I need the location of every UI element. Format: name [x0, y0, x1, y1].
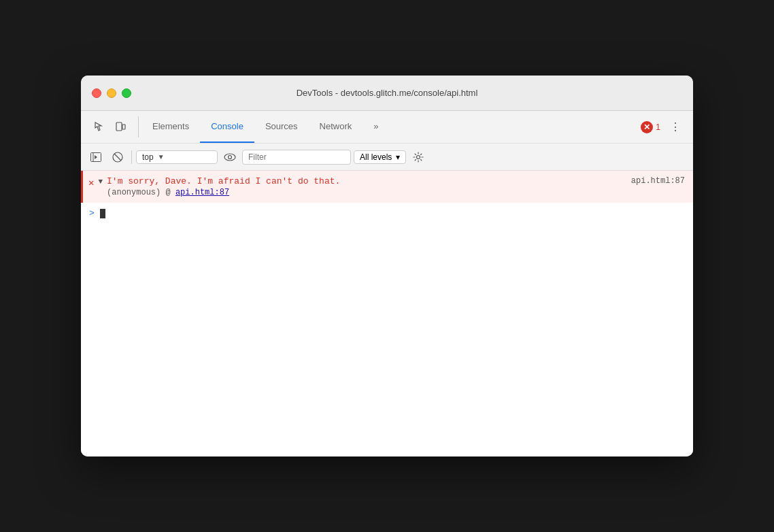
- error-message: I'm sorry, Dave. I'm afraid I can't do t…: [107, 176, 340, 186]
- tab-divider: [138, 116, 139, 137]
- context-selector[interactable]: top ▼: [136, 150, 218, 164]
- error-stack: (anonymous) @ api.html:87: [107, 188, 685, 197]
- more-options-button[interactable]: ⋮: [666, 118, 685, 137]
- error-body: api.html:87 I'm sorry, Dave. I'm afraid …: [107, 176, 685, 197]
- filter-input[interactable]: [242, 150, 351, 165]
- error-stack-link[interactable]: api.html:87: [175, 188, 229, 197]
- tab-elements[interactable]: Elements: [141, 111, 200, 143]
- tabs-bar: Elements Console Sources Network » ✕ 1: [81, 111, 693, 144]
- device-toggle-button[interactable]: [111, 118, 130, 137]
- levels-arrow-icon: ▾: [396, 152, 400, 162]
- svg-rect-0: [116, 122, 122, 131]
- tab-console[interactable]: Console: [200, 111, 254, 143]
- tabs-right: ✕ 1 ⋮: [635, 111, 690, 143]
- console-content: ✕ ▼ api.html:87 I'm sorry, Dave. I'm afr…: [81, 171, 693, 456]
- maximize-button[interactable]: [122, 88, 131, 98]
- more-tabs-icon: »: [373, 121, 378, 131]
- inspect-element-button[interactable]: [89, 118, 108, 137]
- tabs-list: Elements Console Sources Network »: [141, 111, 390, 143]
- context-value: top: [142, 152, 154, 162]
- error-expand-icon[interactable]: ▼: [98, 178, 103, 186]
- tab-more[interactable]: »: [363, 111, 389, 143]
- console-input-row[interactable]: >: [81, 203, 693, 224]
- clear-console-button[interactable]: [108, 148, 127, 167]
- error-location[interactable]: api.html:87: [631, 176, 685, 186]
- console-toolbar: top ▼ All levels ▾: [81, 144, 693, 171]
- sidebar-toggle-button[interactable]: [86, 148, 105, 167]
- console-prompt: >: [89, 208, 95, 218]
- title-bar: DevTools - devtools.glitch.me/console/ap…: [81, 76, 693, 111]
- error-entry-icon: ✕: [88, 177, 94, 188]
- live-expressions-button[interactable]: [220, 148, 239, 167]
- error-count: 1: [656, 122, 660, 132]
- svg-point-9: [417, 155, 420, 159]
- traffic-lights: [92, 88, 131, 98]
- tab-network[interactable]: Network: [309, 111, 363, 143]
- window-title: DevTools - devtools.glitch.me/console/ap…: [297, 88, 478, 98]
- minimize-button[interactable]: [107, 88, 116, 98]
- error-badge[interactable]: ✕ 1: [641, 121, 660, 133]
- svg-marker-4: [95, 155, 97, 159]
- log-levels-selector[interactable]: All levels ▾: [354, 150, 406, 164]
- context-arrow-icon: ▼: [158, 153, 165, 161]
- devtools-window: DevTools - devtools.glitch.me/console/ap…: [81, 76, 693, 456]
- levels-label: All levels: [360, 152, 392, 162]
- console-cursor: [100, 209, 105, 218]
- svg-point-8: [229, 155, 232, 159]
- tab-icons: [84, 111, 135, 143]
- svg-line-6: [114, 154, 121, 161]
- svg-rect-1: [122, 124, 125, 129]
- console-error-entry: ✕ ▼ api.html:87 I'm sorry, Dave. I'm afr…: [81, 171, 693, 203]
- close-button[interactable]: [92, 88, 101, 98]
- toolbar-divider-1: [131, 150, 132, 164]
- console-settings-button[interactable]: [409, 148, 428, 167]
- error-badge-icon: ✕: [641, 121, 653, 133]
- svg-point-7: [224, 154, 235, 161]
- tab-sources[interactable]: Sources: [254, 111, 309, 143]
